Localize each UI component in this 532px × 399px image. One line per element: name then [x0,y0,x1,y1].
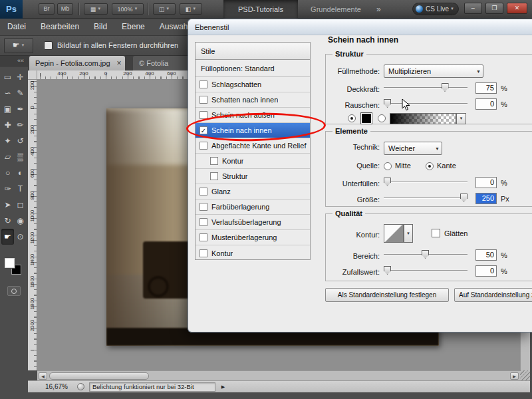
shape-tool-icon[interactable]: ◻ [14,197,27,213]
unterfuellen-value[interactable]: 0 [475,177,497,188]
style-item[interactable]: Verlaufsüberlagerung [196,215,310,230]
tools-panel-collapse[interactable]: «« [0,56,28,66]
eyedropper-tool-icon[interactable]: ✒ [14,101,27,117]
style-item[interactable]: Musterüberlagerung [196,230,310,245]
lasso-tool-icon[interactable]: ∽ [1,85,14,101]
style-item[interactable]: ✓Schein nach innen [196,123,310,138]
move-tool-icon[interactable]: ✛ [14,69,27,85]
crop-tool-icon[interactable]: ▣ [1,101,14,117]
quick-selection-tool-icon[interactable]: ✎ [14,85,27,101]
style-checkbox[interactable] [200,218,207,226]
style-checkbox[interactable] [200,203,207,211]
foreground-color-swatch[interactable] [5,258,15,268]
rauschen-slider[interactable] [384,99,467,108]
3d-camera-tool-icon[interactable]: ◉ [14,213,27,229]
document-tab[interactable]: Pepin - Fotolia.com.jpg× [29,56,125,70]
quick-mask-button[interactable] [7,286,21,296]
style-checkbox[interactable] [210,172,218,180]
style-item[interactable]: Struktur [196,169,310,184]
slider-thumb[interactable] [422,250,429,259]
maximize-button[interactable]: ❐ [485,3,503,14]
bereich-value[interactable]: 50 [475,249,497,261]
quelle-kante-radio[interactable] [426,162,434,170]
workspace-tab[interactable]: PSD-Tutorials [223,0,298,19]
fuellmethode-dropdown[interactable]: Multiplizieren▼ [384,65,483,78]
groesse-value[interactable]: 250 [475,193,497,204]
resize-grip[interactable] [520,370,530,380]
hand-tool-icon[interactable]: ☛ [1,229,14,245]
mini-bridge-button[interactable]: Mb [57,3,73,15]
gradient-tool-icon[interactable]: ▒ [14,149,27,165]
bereich-slider[interactable] [384,250,467,259]
reset-to-default-button[interactable]: Auf Standardeinstellung zurück [454,288,532,302]
glaetten-checkbox[interactable] [432,229,440,237]
style-checkbox[interactable] [200,188,207,196]
clone-stamp-tool-icon[interactable]: ✦ [1,133,14,149]
style-item[interactable]: Kontur [196,154,310,169]
style-item[interactable]: Abgeflachte Kante und Relief [196,138,310,154]
gradient-picker-arrow[interactable]: ▼ [456,113,466,124]
horizontal-scrollbar[interactable]: ◀ ▶ [37,370,520,380]
cs-live-button[interactable]: CS Live▼ [412,3,459,15]
deckkraft-value[interactable]: 75 [475,82,497,94]
set-as-default-button[interactable]: Als Standardeinstellung festlegen [325,288,449,302]
zoom-level-select[interactable]: 100%▼ [112,3,144,15]
style-checkbox[interactable] [210,157,218,165]
style-item[interactable]: Farbüberlagerung [196,200,310,215]
path-selection-tool-icon[interactable]: ➤ [1,197,14,213]
style-checkbox[interactable] [200,233,207,241]
eraser-tool-icon[interactable]: ▱ [1,149,14,165]
scroll-left-arrow[interactable]: ◀ [39,372,47,380]
style-item[interactable]: Glanz [196,184,310,200]
groesse-slider[interactable] [384,194,467,203]
pen-tool-icon[interactable]: ✑ [1,181,14,197]
bridge-button[interactable]: Br [39,3,55,15]
status-options-arrow[interactable]: ▶ [219,382,227,392]
style-checkbox[interactable]: ✓ [200,126,207,134]
style-item[interactable]: Kontur [196,245,310,261]
style-checkbox[interactable] [200,96,207,104]
blending-options-item[interactable]: Fülloptionen: Standard [196,60,310,77]
dodge-tool-icon[interactable]: ◐ [14,165,27,181]
scroll-all-windows-checkbox[interactable] [44,41,53,50]
zufallswert-value[interactable]: 0 [475,265,497,277]
screen-mode-button[interactable]: ◧▼ [180,3,202,15]
slider-thumb[interactable] [384,99,391,108]
styles-header[interactable]: Stile [196,43,310,60]
menu-item-bild[interactable]: Bild [86,19,114,35]
style-checkbox[interactable] [200,80,207,88]
slider-thumb[interactable] [384,266,391,275]
zufallswert-slider[interactable] [384,266,467,275]
menu-item-ebene[interactable]: Ebene [114,19,152,35]
deckkraft-slider[interactable] [384,83,467,92]
slider-thumb[interactable] [460,194,467,202]
minimize-button[interactable]: – [464,3,482,14]
zoom-percentage-field[interactable]: 16,67% [45,381,68,393]
style-checkbox[interactable] [200,111,207,119]
technik-dropdown[interactable]: Weicher▼ [384,142,442,155]
style-checkbox[interactable] [200,142,207,150]
style-item[interactable]: Schatten nach innen [196,92,310,108]
color-fill-radio[interactable] [348,114,356,122]
scrollbar-thumb[interactable] [49,372,149,380]
contour-picker[interactable] [384,224,404,243]
dialog-title-bar[interactable]: Ebenenstil [188,19,532,35]
gradient-picker[interactable] [390,113,456,124]
vertical-ruler[interactable]: 2000200400600800100012001400160018002000 [28,80,37,370]
history-brush-tool-icon[interactable]: ↺ [14,133,27,149]
brush-tool-icon[interactable]: ✏ [14,117,27,133]
slider-thumb[interactable] [384,178,391,186]
rauschen-value[interactable]: 0 [475,98,497,110]
menu-item-datei[interactable]: Datei [0,19,33,35]
workspace-overflow-chevron[interactable]: » [376,0,381,19]
slider-thumb[interactable] [442,83,449,92]
arrange-documents-button[interactable]: ◫▼ [153,3,176,15]
scroll-right-arrow[interactable]: ▶ [510,372,519,380]
close-button[interactable]: ✕ [507,3,527,14]
menu-item-bearbeiten[interactable]: Bearbeiten [33,19,86,35]
style-checkbox[interactable] [200,249,207,257]
quelle-mitte-radio[interactable] [384,162,392,170]
gradient-fill-radio[interactable] [378,114,386,122]
workspace-tab[interactable]: Grundelemente [301,0,371,19]
zoom-tool-icon[interactable]: ⊙ [14,229,27,245]
